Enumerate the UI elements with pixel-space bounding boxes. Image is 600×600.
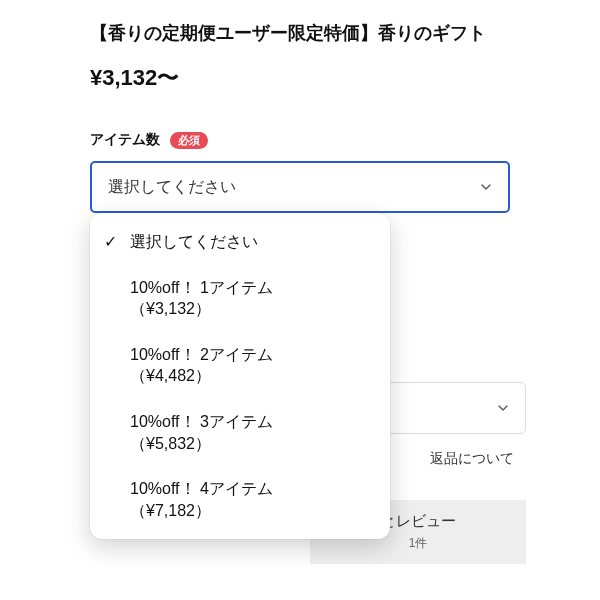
dropdown-option[interactable]: 10%off！ 1アイテム （¥3,132） — [90, 265, 390, 332]
required-badge: 必須 — [170, 132, 208, 149]
dropdown-option[interactable]: 選択してください — [90, 219, 390, 265]
dropdown-option-label: 10%off！ 3アイテム — [130, 411, 372, 433]
chevron-down-icon — [495, 400, 511, 416]
dropdown-option-price: （¥4,482） — [130, 365, 372, 387]
dropdown-option[interactable]: 10%off！ 3アイテム （¥5,832） — [90, 399, 390, 466]
dropdown-option-label: 10%off！ 1アイテム — [130, 277, 372, 299]
dropdown-option-price: （¥7,182） — [130, 500, 372, 522]
item-count-label: アイテム数 — [90, 131, 160, 149]
product-price: ¥3,132〜 — [90, 63, 510, 93]
dropdown-option-label: 10%off！ 4アイテム — [130, 478, 372, 500]
dropdown-option-price: （¥3,132） — [130, 298, 372, 320]
dropdown-option-price: （¥5,832） — [130, 433, 372, 455]
returns-link[interactable]: 返品について — [430, 450, 514, 468]
dropdown-option[interactable]: 10%off！ 2アイテム （¥4,482） — [90, 332, 390, 399]
dropdown-option-label: 10%off！ 2アイテム — [130, 344, 372, 366]
item-count-dropdown[interactable]: 選択してください 10%off！ 1アイテム （¥3,132） 10%off！ … — [90, 213, 390, 539]
product-title: 【香りの定期便ユーザー限定特価】香りのギフト — [90, 20, 510, 47]
chevron-down-icon — [478, 179, 494, 195]
dropdown-option[interactable]: 10%off！ 4アイテム （¥7,182） — [90, 466, 390, 533]
item-count-label-row: アイテム数 必須 — [90, 131, 510, 149]
item-count-select-value: 選択してください — [108, 177, 236, 198]
dropdown-option-label: 選択してください — [130, 231, 372, 253]
item-count-select[interactable]: 選択してください — [90, 161, 510, 213]
